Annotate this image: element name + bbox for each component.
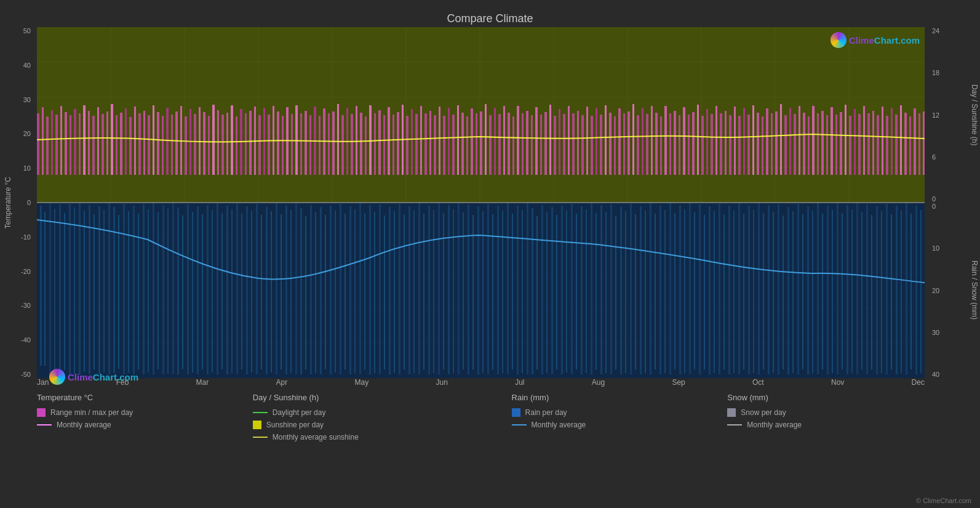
svg-rect-251: [258, 115, 261, 175]
legend-title-sunshine: Day / Sunshine (h): [253, 393, 512, 402]
logo-text-left: ClimeChart.com: [68, 372, 138, 382]
svg-rect-317: [563, 114, 565, 175]
svg-rect-61: [231, 209, 233, 373]
svg-rect-314: [549, 105, 551, 175]
svg-rect-166: [748, 206, 750, 374]
svg-rect-231: [166, 108, 169, 175]
svg-rect-305: [508, 113, 510, 175]
logo-icon-right: [831, 32, 847, 48]
svg-rect-192: [876, 206, 878, 374]
svg-rect-260: [300, 113, 302, 175]
svg-rect-306: [512, 116, 514, 175]
svg-rect-101: [428, 206, 430, 374]
svg-rect-224: [134, 107, 136, 175]
svg-rect-382: [863, 106, 865, 175]
svg-rect-359: [757, 113, 759, 175]
svg-rect-87: [359, 203, 361, 374]
svg-rect-120: [522, 210, 523, 373]
svg-rect-283: [406, 116, 408, 175]
svg-rect-239: [203, 112, 205, 175]
svg-rect-158: [709, 206, 711, 374]
rain-swatch: [512, 408, 520, 417]
svg-rect-100: [423, 214, 424, 369]
rain-avg-line: [512, 424, 527, 425]
svg-rect-167: [753, 210, 754, 373]
legend-item-temp-range: Range min / max per day: [37, 408, 253, 417]
svg-rect-334: [642, 108, 643, 175]
svg-rect-21: [37, 203, 925, 378]
svg-rect-85: [349, 206, 351, 374]
svg-rect-57: [212, 210, 213, 373]
month-apr: Apr: [276, 378, 288, 387]
svg-rect-358: [752, 105, 754, 175]
svg-rect-185: [842, 213, 843, 369]
svg-rect-127: [556, 215, 557, 369]
svg-rect-184: [837, 203, 839, 374]
svg-rect-392: [909, 116, 911, 175]
svg-rect-221: [120, 113, 122, 175]
svg-rect-209: [65, 112, 67, 175]
svg-rect-58: [217, 203, 218, 374]
svg-rect-275: [369, 105, 372, 175]
svg-rect-56: [207, 205, 209, 374]
svg-rect-376: [835, 115, 837, 175]
logo-clime-right: Clime: [849, 35, 874, 46]
svg-rect-33: [94, 214, 95, 369]
svg-rect-364: [780, 104, 782, 175]
svg-rect-222: [125, 108, 127, 175]
snow-label: Snow per day: [741, 408, 786, 417]
svg-rect-64: [246, 206, 248, 374]
svg-rect-386: [882, 107, 883, 175]
svg-rect-205: [46, 116, 49, 175]
svg-rect-171: [773, 212, 774, 373]
svg-rect-267: [332, 111, 335, 175]
svg-rect-69: [271, 211, 272, 373]
legend-item-rain-avg: Monthly average: [512, 421, 728, 429]
svg-rect-179: [812, 211, 813, 373]
svg-rect-385: [877, 115, 879, 175]
legend-item-snow-day: Snow per day: [727, 408, 943, 417]
svg-rect-352: [725, 111, 727, 175]
svg-rect-139: [615, 216, 616, 369]
svg-rect-175: [792, 211, 794, 373]
logo-clime-left: Clime: [68, 372, 93, 382]
month-jun: Jun: [436, 378, 447, 387]
svg-rect-315: [554, 116, 556, 175]
svg-rect-388: [891, 108, 893, 175]
svg-rect-367: [794, 114, 796, 175]
svg-rect-153: [684, 209, 685, 373]
svg-rect-88: [364, 213, 365, 369]
svg-rect-322: [586, 107, 588, 175]
svg-rect-229: [157, 112, 159, 175]
legend-item-daylight: Daylight per day: [253, 408, 512, 417]
svg-rect-356: [743, 108, 745, 175]
svg-rect-39: [123, 204, 125, 374]
svg-rect-248: [245, 113, 247, 175]
svg-rect-149: [664, 210, 666, 373]
svg-rect-243: [221, 115, 224, 175]
svg-rect-137: [605, 212, 607, 373]
svg-rect-246: [236, 116, 237, 175]
svg-rect-387: [886, 116, 888, 175]
svg-rect-311: [535, 107, 538, 175]
svg-rect-335: [646, 114, 648, 175]
svg-rect-155: [694, 212, 695, 369]
temp-range-swatch: [37, 408, 46, 417]
svg-rect-226: [143, 111, 145, 175]
svg-rect-45: [153, 203, 154, 374]
svg-rect-253: [268, 115, 270, 175]
svg-rect-89: [369, 205, 371, 374]
logo-top-right: ClimeChart.com: [831, 32, 920, 48]
svg-rect-73: [290, 210, 292, 373]
svg-rect-378: [845, 105, 847, 175]
logo-com-right: .com: [898, 35, 920, 46]
svg-rect-122: [532, 208, 533, 374]
svg-rect-99: [418, 203, 420, 374]
chart-svg: [37, 27, 925, 378]
svg-rect-104: [443, 213, 444, 369]
month-dec: Dec: [912, 378, 925, 387]
svg-rect-47: [162, 205, 164, 374]
svg-rect-266: [328, 113, 330, 175]
svg-rect-339: [664, 106, 667, 175]
svg-rect-289: [434, 115, 436, 175]
